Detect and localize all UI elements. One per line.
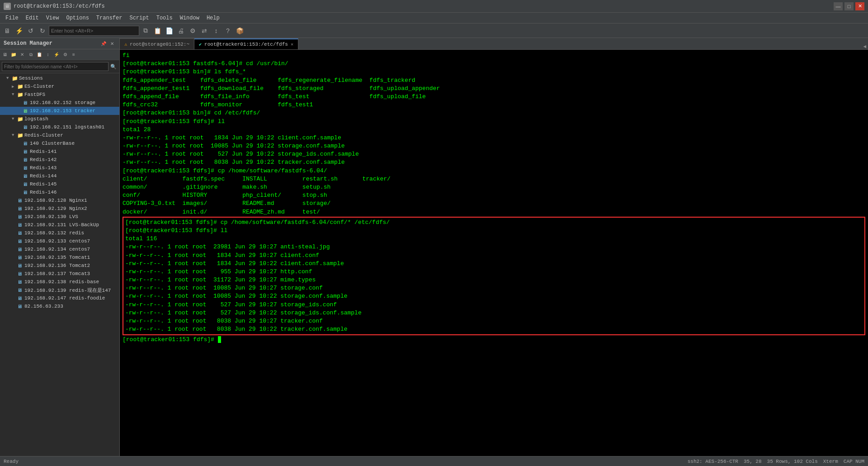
sidebar-header: Session Manager 📌 ✕ <box>0 38 119 49</box>
tree-lvs[interactable]: 🖥 192.168.92.130 LVS <box>0 213 119 221</box>
session-tree: ▼ 📁 Sessions ▶ 📁 ES-Cluster ▼ 📁 FastDFS <box>0 73 119 456</box>
tree-ip-82[interactable]: 🖥 82.156.63.233 <box>0 302 119 310</box>
sidebar-copy-btn[interactable]: ⧉ <box>27 51 35 59</box>
tree-redis-146[interactable]: 🖥 Redis-146 <box>0 188 119 196</box>
paste-button[interactable]: 📄 <box>164 25 175 36</box>
menu-transfer[interactable]: Transfer <box>93 14 126 22</box>
tree-redis-143[interactable]: 🖥 Redis-143 <box>0 164 119 172</box>
terminal-content[interactable]: fi [root@tracker01:153 fastdfs-6.04]# cd… <box>120 50 868 456</box>
host-input[interactable] <box>49 26 139 36</box>
about-button[interactable]: 📦 <box>234 25 245 36</box>
tree-redis-base[interactable]: 🖥 192.168.92.138 redis-base <box>0 278 119 286</box>
term-line: total 116 <box>125 235 863 243</box>
term-line: COPYING-3_0.txt images/ README.md storag… <box>123 200 865 208</box>
tree-tomcat1[interactable]: 🖥 192.168.92.135 Tomcat1 <box>0 253 119 262</box>
new-session-button[interactable]: 🖥 <box>2 25 13 36</box>
term-line: -rw-r--r--. 1 root root 10085 Jun 29 10:… <box>123 142 865 150</box>
sidebar-folder-btn[interactable]: 📁 <box>9 51 18 59</box>
maximize-button[interactable]: □ <box>844 2 854 10</box>
settings-button[interactable]: ⚙ <box>187 25 198 36</box>
term-line: -rw-r--r--. 1 root root 1834 Jun 29 10:2… <box>123 134 865 142</box>
menu-window[interactable]: Window <box>176 14 203 22</box>
tree-es-cluster[interactable]: ▶ 📁 ES-Cluster <box>0 82 119 90</box>
menu-file[interactable]: File <box>2 14 22 22</box>
term-line: -rw-r--r--. 1 root root 23981 Jun 29 10:… <box>125 243 863 251</box>
term-line: -rw-r--r--. 1 root root 1834 Jun 29 10:2… <box>125 260 863 268</box>
tree-centos7-134[interactable]: 🖥 192.168.92.134 centos7 <box>0 245 119 253</box>
tree-redis-foodie[interactable]: 🖥 192.168.92.147 redis-foodie <box>0 294 119 302</box>
menu-help[interactable]: Help <box>203 14 223 22</box>
tree-tracker[interactable]: 🖥 192.168.92.153 tracker <box>0 107 119 115</box>
term-line: [root@tracker01:153 bin]# cd /etc/fdfs/ <box>123 109 865 117</box>
minimize-button[interactable]: — <box>834 2 843 10</box>
sidebar-title: Session Manager <box>4 40 52 47</box>
sidebar: Session Manager 📌 ✕ 🖥 📁 ✕ ⧉ 📋 ↕ ⚡ ⚙ ≡ 🔍 <box>0 38 120 456</box>
tree-fastdfs[interactable]: ▼ 📁 FastDFS <box>0 90 119 99</box>
connect-button[interactable]: ⚡ <box>14 25 24 36</box>
sidebar-del-btn[interactable]: ✕ <box>18 51 26 59</box>
term-line: total 28 <box>123 126 865 134</box>
tree-sessions-root[interactable]: ▼ 📁 Sessions <box>0 74 119 82</box>
term-line: fi <box>123 52 865 60</box>
tree-redis-now[interactable]: 🖥 192.168.92.139 redis-现在是147 <box>0 286 119 294</box>
sidebar-search-input[interactable] <box>2 62 108 71</box>
sidebar-pin-button[interactable]: 📌 <box>100 40 107 47</box>
sidebar-new-btn[interactable]: 🖥 <box>1 51 9 59</box>
tree-clusterbase[interactable]: 🖥 140 ClusterBase <box>0 139 119 147</box>
copy-button[interactable]: 📋 <box>152 25 163 36</box>
term-line: [root@tracker01:153 bin]# ls fdfs_* <box>123 68 865 76</box>
tree-redis-144[interactable]: 🖥 Redis-144 <box>0 172 119 180</box>
tab-ok-icon: ✔ <box>199 42 202 47</box>
term-line: -rw-r--r--. 1 root root 527 Jun 29 10:22… <box>125 309 863 317</box>
tree-redis-145[interactable]: 🖥 Redis-145 <box>0 180 119 188</box>
term-line: fdfs_appender_test fdfs_delete_file fdfs… <box>123 76 865 85</box>
menu-tools[interactable]: Tools <box>153 14 176 22</box>
duplicate-button[interactable]: ⧉ <box>140 25 151 36</box>
title-bar: 🖥 root@tracker01:153:/etc/fdfs — □ ✕ <box>0 0 868 13</box>
tab-close-button[interactable]: ✕ <box>291 42 293 47</box>
help-button[interactable]: ? <box>222 25 233 36</box>
transfer-button[interactable]: ⇄ <box>199 25 210 36</box>
tab-storage[interactable]: ⚠ root@storage01:152:~ <box>120 38 194 49</box>
tab-expand-button[interactable]: ◀ <box>861 43 868 49</box>
reconnect-button[interactable]: ↻ <box>37 25 48 36</box>
tree-redis-142[interactable]: 🖥 Redis-142 <box>0 156 119 164</box>
sidebar-settings-btn[interactable]: ⚙ <box>61 51 69 59</box>
tree-tomcat2[interactable]: 🖥 192.168.92.136 Tomcat2 <box>0 262 119 270</box>
sidebar-search-button[interactable]: 🔍 <box>109 62 118 71</box>
tree-lvs-backup[interactable]: 🖥 192.168.92.131 LVS-BackUp <box>0 221 119 229</box>
tree-tomcat3[interactable]: 🖥 192.168.92.137 Tomcat3 <box>0 270 119 278</box>
tree-nginx1[interactable]: 🖥 192.168.92.128 Nginx1 <box>0 196 119 204</box>
tree-redis-141[interactable]: 🖥 Redis-141 <box>0 147 119 156</box>
sidebar-more-btn[interactable]: ≡ <box>70 51 78 59</box>
term-line: [root@tracker01:153 fdfs]# cp /home/soft… <box>123 167 865 175</box>
menu-options[interactable]: Options <box>62 14 92 22</box>
term-line: [root@tracker01:153 fdfs]# ll <box>125 227 863 235</box>
tree-logstash[interactable]: ▼ 📁 logstash <box>0 115 119 123</box>
window-controls[interactable]: — □ ✕ <box>834 2 864 10</box>
tree-nginx2[interactable]: 🖥 192.168.92.129 Nginx2 <box>0 204 119 213</box>
tab-tracker[interactable]: ✔ root@tracker01:153:/etc/fdfs ✕ <box>194 38 298 49</box>
close-button[interactable]: ✕ <box>855 2 864 10</box>
tree-redis-cluster[interactable]: ▼ 📁 Redis-Cluster <box>0 131 119 139</box>
menu-view[interactable]: View <box>42 14 63 22</box>
tab-warning-icon: ⚠ <box>124 42 127 47</box>
sidebar-prop-btn[interactable]: 📋 <box>35 51 43 59</box>
tree-centos7-133[interactable]: 🖥 192.168.92.133 centos7 <box>0 237 119 245</box>
status-dimensions: 35 Rows, 102 Cols <box>767 459 818 464</box>
disconnect-button[interactable]: ↺ <box>25 25 36 36</box>
sidebar-tools: 🖥 📁 ✕ ⧉ 📋 ↕ ⚡ ⚙ ≡ <box>0 49 119 60</box>
tree-redis-132[interactable]: 🖥 192.168.92.132 redis <box>0 229 119 237</box>
sidebar-sort-btn[interactable]: ↕ <box>44 51 52 59</box>
zmodem-button[interactable]: ↕ <box>211 25 222 36</box>
sidebar-connect-btn[interactable]: ⚡ <box>52 51 61 59</box>
status-encryption: ssh2: AES-256-CTR <box>688 459 738 464</box>
menu-script[interactable]: Script <box>126 14 152 22</box>
sidebar-close-button[interactable]: ✕ <box>108 40 116 47</box>
tree-storage[interactable]: 🖥 192.168.92.152 storage <box>0 99 119 107</box>
tree-logstash01[interactable]: 🖥 192.168.92.151 logstash01 <box>0 123 119 131</box>
print-button[interactable]: 🖨 <box>175 25 186 36</box>
menu-edit[interactable]: Edit <box>22 14 42 22</box>
sidebar-controls[interactable]: 📌 ✕ <box>100 40 116 47</box>
status-ready: Ready <box>4 459 19 464</box>
